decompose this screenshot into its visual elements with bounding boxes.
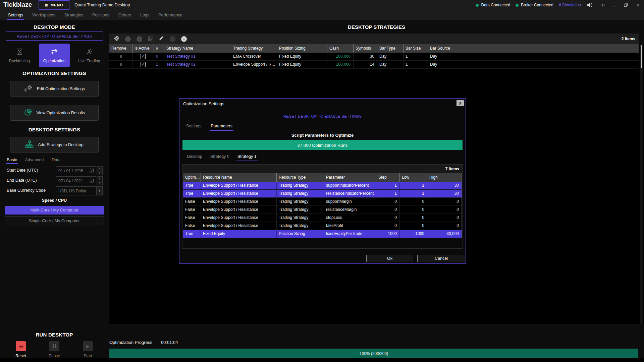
end-date-input[interactable]: 07 / 04 / 2021 <box>56 176 96 185</box>
nav-tab[interactable]: Performance <box>158 12 182 18</box>
strategy-name-link[interactable]: Test Strategy #2 <box>164 61 231 68</box>
vertical-scrollbar[interactable] <box>640 44 643 324</box>
mode-backtesting[interactable]: Backtesting <box>3 44 36 67</box>
strategy-row[interactable]: ✓ 0 Test Strategy #1 EMA Crossover Fixed… <box>109 53 639 61</box>
swap-arrows-icon: ⇄ <box>51 47 57 56</box>
add-strategy-button[interactable]: Add Strategy to Desktop <box>10 137 99 153</box>
settings-tab[interactable]: Basic <box>7 158 17 162</box>
parameters-table: Optimize Resource Name Resource Type Par… <box>183 173 462 238</box>
move-up-icon[interactable]: ↑ <box>137 36 142 42</box>
mode-live-trading[interactable]: Live Trading <box>72 44 106 67</box>
reset-run-button[interactable]: ◀◀ Reset <box>4 341 38 358</box>
remove-button[interactable] <box>120 55 122 58</box>
settings-gear-icon[interactable] <box>114 36 119 43</box>
parameter-row[interactable]: False Envelope Support / Resistance Trad… <box>183 222 462 230</box>
parameter-cell: takeProfit <box>324 222 376 230</box>
ok-button[interactable]: Ok <box>366 255 413 262</box>
title-bar: Tickblaze ≡ MENU Quant Trading Demo Desk… <box>0 0 644 10</box>
spin-down-icon[interactable]: ▼ <box>97 181 103 185</box>
optimization-progress-bar: 100% (200/200) <box>109 349 638 358</box>
nav-tab[interactable]: Positions <box>92 12 109 18</box>
start-date-spinner[interactable]: ▲▼ <box>97 166 103 175</box>
cash-cell: 100,000 <box>327 53 353 60</box>
app-brand: Tickblaze <box>3 1 32 8</box>
optimize-cell: False <box>183 222 201 230</box>
strategy-row[interactable]: ✓ 1 Test Strategy #2 Envelope Support / … <box>109 61 639 69</box>
menu-button[interactable]: ≡ MENU <box>39 0 69 10</box>
progress-label: Optimization Progress <box>109 340 152 345</box>
dropdown-arrow-icon[interactable]: ▼ <box>96 186 103 195</box>
check-icon: ✓ <box>142 63 145 66</box>
strategy-tab[interactable]: Strategy 1 <box>237 154 257 160</box>
parameter-row[interactable]: False Envelope Support / Resistance Trad… <box>183 206 462 214</box>
spin-down-icon[interactable]: ▼ <box>97 171 103 175</box>
cpu-option-single-core[interactable]: Single-Core / My Computer <box>5 217 104 225</box>
low-cell: 0 <box>399 198 427 205</box>
dialog-title: Optimization Settings <box>183 101 224 106</box>
start-date-input[interactable]: 01 / 01 / 1995 <box>56 166 96 175</box>
restore-icon <box>624 3 628 7</box>
restore-button[interactable] <box>623 2 629 8</box>
bottom-strip <box>0 358 644 362</box>
strategy-tabs: Desktop Strategy 0 Strategy 1 <box>187 154 257 160</box>
parameter-row[interactable]: True Fixed Equity Position Sizing fixedE… <box>183 230 462 238</box>
reset-desktop-button[interactable]: RESET DESKTOP TO ENABLE SETTINGS <box>6 32 103 41</box>
view-optimization-results-button[interactable]: View Optimization Results <box>10 105 99 121</box>
strategy-tab[interactable]: Desktop <box>187 154 202 160</box>
low-cell: 0 <box>399 206 427 214</box>
high-cell: 30 <box>427 190 462 197</box>
nav-tab[interactable]: Settings <box>8 12 23 18</box>
move-down-icon[interactable]: ↓ <box>125 36 131 42</box>
settings-tab[interactable]: Advanced <box>25 158 44 162</box>
parameter-row[interactable]: True Envelope Support / Resistance Tradi… <box>183 182 462 190</box>
low-cell: 1000 <box>399 230 427 238</box>
parameter-row[interactable]: False Envelope Support / Resistance Trad… <box>183 214 462 222</box>
parameter-row[interactable]: False Envelope Support / Resistance Trad… <box>183 198 462 206</box>
dialog-tab[interactable]: Settings <box>186 123 201 129</box>
pause-run-button[interactable]: Pause <box>38 341 71 358</box>
mode-optimization[interactable]: ⇄ Optimization <box>39 44 70 67</box>
edit-pencil-icon[interactable] <box>159 36 164 42</box>
strategy-tab[interactable]: Strategy 0 <box>210 154 229 160</box>
nav-tab[interactable]: Workspaces <box>32 12 55 18</box>
strategy-name-link[interactable]: Test Strategy #1 <box>164 53 231 60</box>
remove-icon[interactable]: − <box>170 36 175 42</box>
volume-icon[interactable] <box>586 2 593 8</box>
low-cell: 0 <box>399 222 427 230</box>
minimize-button[interactable] <box>610 2 617 8</box>
spin-up-icon[interactable]: ▲ <box>97 176 103 181</box>
nav-tab[interactable]: Orders <box>118 12 131 18</box>
close-button[interactable]: × <box>635 2 641 8</box>
base-currency-select[interactable]: USD, US Dollar <box>56 186 96 195</box>
start-date-field: Start Date (UTC) 01 / 01 / 1995 ▲▼ <box>7 166 103 175</box>
is-active-checkbox[interactable]: ✓ <box>141 62 146 67</box>
nav-tab[interactable]: Logs <box>140 12 149 18</box>
remove-button[interactable] <box>120 63 122 66</box>
settings-tab[interactable]: Data <box>52 158 60 162</box>
strategies-toolbar: ↓ ↑ − + 2 Items <box>109 34 639 44</box>
duplicate-icon[interactable] <box>148 36 153 42</box>
cpu-option-multi-core[interactable]: Multi-Core / My Computer <box>5 206 104 215</box>
calendar-icon[interactable] <box>90 178 94 184</box>
desktop-mode-selector: Backtesting ⇄ Optimization Live Trading <box>3 44 106 67</box>
desktop-strategies-title: DESKTOP STRATEGIES <box>109 24 644 30</box>
dialog-reset-link[interactable]: RESET DESKTOP TO ENABLE SETTINGS <box>179 114 466 118</box>
dialog-close-button[interactable]: X <box>457 100 464 106</box>
start-run-button[interactable]: ▶ Start <box>71 341 105 358</box>
dialog-tab[interactable]: Parameters <box>211 123 232 129</box>
edit-optimization-settings-button[interactable]: Edit Optimization Settings <box>10 81 99 97</box>
is-active-checkbox[interactable]: ✓ <box>141 54 146 59</box>
dock-panel-icon[interactable] <box>598 2 605 8</box>
nav-tab[interactable]: Strategies <box>64 12 83 18</box>
parameter-row[interactable]: True Envelope Support / Resistance Tradi… <box>183 190 462 198</box>
step-cell: 0 <box>376 198 399 205</box>
scrollbar-thumb[interactable] <box>641 45 642 68</box>
cancel-button[interactable]: Cancel <box>417 255 465 262</box>
add-icon[interactable]: + <box>181 36 187 42</box>
calendar-icon[interactable] <box>90 168 94 174</box>
bar-size-cell: 1 <box>403 61 428 68</box>
speed-cpu-heading: Speed / CPU <box>0 198 109 203</box>
end-date-spinner[interactable]: ▲▼ <box>97 176 103 185</box>
green-status-dot <box>516 4 519 7</box>
spin-up-icon[interactable]: ▲ <box>97 166 103 171</box>
